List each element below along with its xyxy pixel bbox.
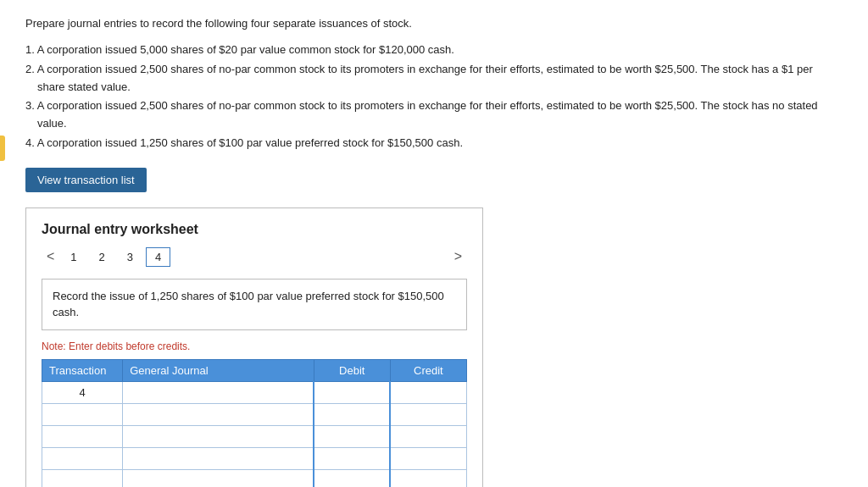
row5-credit-input[interactable] [394, 474, 463, 487]
table-row: 4 [42, 381, 467, 403]
tab-3[interactable]: 3 [118, 247, 142, 267]
table-row [42, 469, 467, 487]
problem-4: 4. A corporation issued 1,250 shares of … [25, 135, 843, 152]
row5-general-journal[interactable] [123, 469, 314, 487]
col-debit: Debit [314, 359, 390, 381]
problem-3: 3. A corporation issued 2,500 shares of … [25, 97, 843, 133]
row1-debit-input[interactable] [318, 386, 386, 399]
col-credit: Credit [390, 359, 466, 381]
row3-debit-input[interactable] [318, 430, 386, 443]
row4-credit-input[interactable] [394, 452, 463, 465]
row1-credit-input[interactable] [394, 386, 463, 399]
row2-credit[interactable] [390, 403, 466, 425]
worksheet-container: Journal entry worksheet < 1 2 3 4 > Reco… [25, 208, 483, 487]
row4-debit-input[interactable] [318, 452, 386, 465]
row2-debit[interactable] [314, 403, 390, 425]
row4-transaction [42, 447, 123, 469]
row5-debit[interactable] [314, 469, 390, 487]
row3-credit[interactable] [390, 425, 466, 447]
view-transaction-button[interactable]: View transaction list [25, 168, 147, 192]
row2-transaction [42, 403, 123, 425]
table-row [42, 425, 467, 447]
next-tab-button[interactable]: > [449, 247, 467, 266]
row1-gj-input[interactable] [126, 386, 309, 399]
row5-gj-input[interactable] [126, 474, 309, 487]
row3-general-journal[interactable] [123, 425, 314, 447]
row4-credit[interactable] [390, 447, 466, 469]
tab-4[interactable]: 4 [146, 247, 170, 267]
row5-credit[interactable] [390, 469, 466, 487]
row3-debit[interactable] [314, 425, 390, 447]
row5-debit-input[interactable] [318, 474, 386, 487]
tab-1[interactable]: 1 [61, 247, 86, 267]
note-text: Note: Enter debits before credits. [42, 340, 467, 352]
row3-credit-input[interactable] [394, 430, 463, 443]
table-row [42, 403, 467, 425]
row1-general-journal[interactable] [123, 381, 314, 403]
problem-1: 1. A corporation issued 5,000 shares of … [25, 42, 843, 59]
description-text: Record the issue of 1,250 shares of $100… [53, 290, 444, 319]
tabs-row: < 1 2 3 4 > [42, 247, 467, 267]
prev-tab-button[interactable]: < [42, 247, 59, 266]
tab-2[interactable]: 2 [90, 247, 114, 267]
left-accent [0, 136, 5, 161]
intro-text: Prepare journal entries to record the fo… [25, 17, 843, 30]
row2-gj-input[interactable] [126, 408, 309, 421]
row2-debit-input[interactable] [318, 408, 386, 421]
row1-transaction: 4 [42, 381, 123, 403]
col-general-journal: General Journal [123, 359, 314, 381]
row4-gj-input[interactable] [126, 452, 309, 465]
journal-table: Transaction General Journal Debit Credit… [42, 359, 467, 487]
table-row [42, 447, 467, 469]
worksheet-title: Journal entry worksheet [42, 222, 467, 237]
row3-transaction [42, 425, 123, 447]
row3-gj-input[interactable] [126, 430, 309, 443]
row5-transaction [42, 469, 123, 487]
row2-general-journal[interactable] [123, 403, 314, 425]
row2-credit-input[interactable] [394, 408, 463, 421]
row1-debit[interactable] [314, 381, 390, 403]
col-transaction: Transaction [42, 359, 123, 381]
problem-list: 1. A corporation issued 5,000 shares of … [25, 42, 843, 152]
problem-2: 2. A corporation issued 2,500 shares of … [25, 61, 843, 97]
description-box: Record the issue of 1,250 shares of $100… [42, 279, 467, 330]
row4-general-journal[interactable] [123, 447, 314, 469]
row4-debit[interactable] [314, 447, 390, 469]
row1-credit[interactable] [390, 381, 466, 403]
